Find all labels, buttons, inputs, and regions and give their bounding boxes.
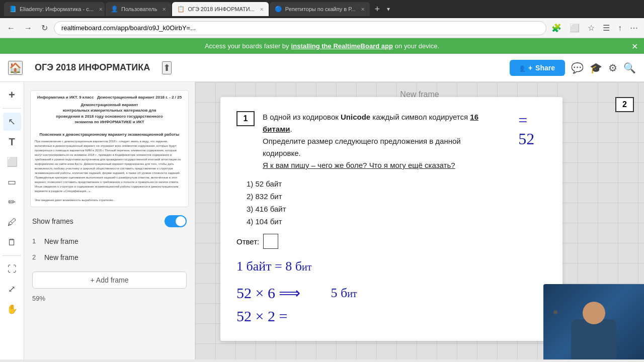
address-bar: ← → ↻ 🧩 ⬜ ☆ ☰ ↑ ⋯ <box>0 18 644 38</box>
star-icon[interactable]: ☆ <box>586 22 597 34</box>
menu-icon[interactable]: ☰ <box>601 22 612 34</box>
marker-tool-button[interactable]: 🖊 <box>3 213 21 231</box>
sidebar: Информатика и ИКТ. 9 класс Демонстрацион… <box>24 82 195 359</box>
tab-4[interactable]: 🔵 Репетиторы по скайпу в Р... ✕ <box>270 2 370 16</box>
url-input[interactable] <box>54 21 546 35</box>
add-tool-button[interactable]: + <box>3 86 21 104</box>
answer-label: Ответ: <box>236 237 259 246</box>
toolbar-divider-1 <box>3 108 22 109</box>
frame-2-name: New frame <box>44 253 78 261</box>
upload-button[interactable]: ⬆ <box>162 61 172 74</box>
share-label: Share <box>535 64 555 72</box>
settings-icon[interactable]: ⚙ <box>608 62 617 74</box>
extensions-icon[interactable]: 🧩 <box>549 22 564 34</box>
tab-4-close[interactable]: ✕ <box>361 7 365 12</box>
question-number-box: 1 <box>236 111 255 126</box>
tab-1-label: Eliademy: Информатика - с... <box>20 6 94 12</box>
handwritten-52: = 52 <box>518 111 546 148</box>
main-content: + ↖ T ⬜ ▭ ✏ 🖊 🗒 ⛶ ⤢ ✋ Информатика и ИКТ.… <box>0 82 644 359</box>
tab-bar: 📘 Eliademy: Информатика - с... ✕ 👤 Польз… <box>0 0 644 18</box>
tab-3-close[interactable]: ✕ <box>260 7 264 12</box>
tab-1[interactable]: 📘 Eliademy: Информатика - с... ✕ <box>4 2 105 16</box>
tab-3[interactable]: 📋 ОГЭ 2018 ИНФОРМАТИ... ✕ <box>172 2 268 16</box>
add-frame-button[interactable]: + Add frame <box>32 272 187 289</box>
banner-install-link[interactable]: installing the RealtimeBoard app <box>291 42 393 50</box>
rectangle-tool-button[interactable]: ▭ <box>3 173 21 191</box>
tab-1-favicon: 📘 <box>9 6 17 13</box>
tab-2-label: Пользователь <box>121 6 157 12</box>
doc-preview: Информатика и ИКТ. 9 класс Демонстрацион… <box>30 90 189 207</box>
hw-line-3: 5 бит <box>331 286 357 301</box>
answer-row: Ответ: <box>236 234 546 249</box>
question-card: 1 В одной из кодировок Unicode каждый си… <box>220 97 562 341</box>
banner-text-before: Access your boards faster by <box>205 42 289 50</box>
refresh-button[interactable]: ↻ <box>38 22 51 34</box>
eraser-tool-button[interactable]: ⬜ <box>3 153 21 171</box>
install-banner: Access your boards faster by installing … <box>0 38 644 54</box>
new-tab-button[interactable]: + <box>371 4 384 15</box>
option-4: 4) 104 бит <box>247 217 546 226</box>
header-left: 🏠 ОГЭ 2018 ИНФОРМАТИКА ⬆ <box>8 60 172 75</box>
cursor-tool-button[interactable]: ↖ <box>3 113 21 131</box>
frame-1-number: 1 <box>32 237 40 245</box>
option-2: 2) 832 бит <box>247 192 546 201</box>
tab-2[interactable]: 👤 Пользователь ✕ <box>106 2 171 16</box>
header-right: 👥+ Share 💬 🎓 ⚙ 🔍 <box>510 60 636 76</box>
fullscreen-tool-button[interactable]: ⛶ <box>3 260 21 278</box>
doc-preview-subtitle: Пояснения к демонстрационному варианту э… <box>35 132 184 137</box>
question-header: 1 В одной из кодировок Unicode каждый си… <box>236 111 546 171</box>
app: 🏠 ОГЭ 2018 ИНФОРМАТИКА ⬆ 👥+ Share 💬 🎓 ⚙ … <box>0 54 644 359</box>
search-icon[interactable]: 🔍 <box>623 62 636 74</box>
banner-close-button[interactable]: ✕ <box>631 41 638 51</box>
chat-icon[interactable]: 💬 <box>571 62 584 74</box>
hw-line-1: 1 байт = 8 бит <box>236 259 546 274</box>
home-button[interactable]: 🏠 <box>8 61 23 75</box>
show-frames-controls: Show frames <box>24 211 195 231</box>
hand-tool-button[interactable]: ✋ <box>3 300 21 318</box>
pen-tool-button[interactable]: ✏ <box>3 193 21 211</box>
question-text: В одной из кодировок Unicode каждый симв… <box>263 111 500 171</box>
layers-icon[interactable]: 🎓 <box>590 62 602 74</box>
tab-1-close[interactable]: ✕ <box>99 7 103 12</box>
tab-2-close[interactable]: ✕ <box>162 7 166 12</box>
question-line1: В одной из кодировок Unicode каждый симв… <box>263 111 500 159</box>
forward-button[interactable]: → <box>21 23 35 34</box>
option-3: 3) 416 байт <box>247 205 546 213</box>
question-sentence: Я к вам пишу – чего же боле? Что я могу … <box>263 159 500 171</box>
tab-3-label: ОГЭ 2018 ИНФОРМАТИ... <box>188 6 254 12</box>
tab-overflow-button[interactable]: ▾ <box>385 6 392 13</box>
hw-line-4: 52 × 2 = <box>236 308 546 325</box>
banner-text-after: on your device. <box>395 42 439 50</box>
frames-list: 1 New frame 2 New frame <box>24 231 195 267</box>
left-toolbar: + ↖ T ⬜ ▭ ✏ 🖊 🗒 ⛶ ⤢ ✋ <box>0 82 24 359</box>
frame-1-name: New frame <box>44 237 78 245</box>
video-person <box>543 284 644 359</box>
canvas-area[interactable]: New frame 2 1 В одной из кодировок Unico… <box>195 82 644 359</box>
back-button[interactable]: ← <box>4 23 18 34</box>
doc-preview-main-title: Демонстрационный вариантконтрольных изме… <box>35 102 184 125</box>
frame-number-badge: 2 <box>615 97 634 112</box>
share-button[interactable]: 👥+ Share <box>510 60 565 76</box>
text-tool-button[interactable]: T <box>3 133 21 151</box>
show-frames-toggle[interactable] <box>165 215 187 227</box>
toolbar-divider-2 <box>3 255 22 256</box>
tab-3-favicon: 📋 <box>177 6 185 13</box>
frame-item-1[interactable]: 1 New frame <box>24 233 195 249</box>
expand-tool-button[interactable]: ⤢ <box>3 280 21 298</box>
share-icon[interactable]: ↑ <box>616 23 624 34</box>
doc-preview-header: Информатика и ИКТ. 9 класс Демонстрацион… <box>35 95 184 100</box>
hw-line-2: 52 × 6 ⟹ <box>236 284 300 302</box>
more-icon[interactable]: ⋯ <box>628 22 640 34</box>
tab-2-favicon: 👤 <box>111 6 118 13</box>
frame-icon[interactable]: ⬜ <box>568 22 582 34</box>
tab-4-favicon: 🔵 <box>275 6 282 13</box>
share-icon: 👥+ <box>520 64 532 72</box>
frame-item-2[interactable]: 2 New frame <box>24 249 195 265</box>
answer-box[interactable] <box>263 234 278 249</box>
board-title[interactable]: ОГЭ 2018 ИНФОРМАТИКА <box>29 60 156 75</box>
browser-toolbar-icons: 🧩 ⬜ ☆ ☰ ↑ ⋯ <box>549 22 640 34</box>
show-frames-label: Show frames <box>32 217 73 225</box>
handwritten-area: 1 байт = 8 бит 52 × 6 ⟹ 5 бит 52 × 2 = <box>236 259 546 325</box>
note-tool-button[interactable]: 🗒 <box>3 233 21 251</box>
zoom-level: 59% <box>24 293 195 304</box>
